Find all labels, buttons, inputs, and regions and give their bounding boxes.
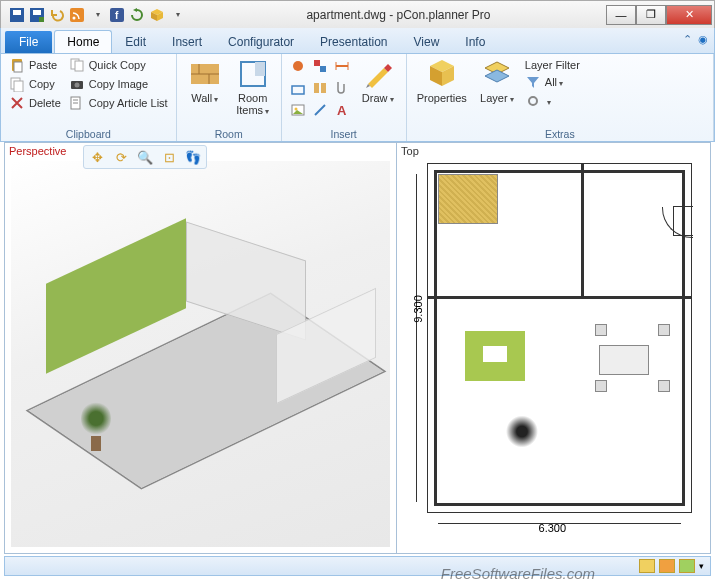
help-icon[interactable]: ◉ xyxy=(698,33,708,46)
facebook-icon[interactable]: f xyxy=(109,7,125,23)
plan-chair xyxy=(595,380,607,392)
viewport-toolbar: ✥ ⟳ 🔍 ⊡ 👣 xyxy=(83,145,207,169)
insert-group-label: Insert xyxy=(288,127,400,141)
layer-filter-button[interactable]: Layer Filter xyxy=(523,58,582,72)
svg-text:A: A xyxy=(337,103,347,118)
group-insert: A Draw Insert xyxy=(282,54,407,141)
properties-label: Properties xyxy=(417,92,467,104)
file-tab[interactable]: File xyxy=(5,31,52,53)
wall-button[interactable]: Wall xyxy=(183,56,227,106)
tab-info[interactable]: Info xyxy=(452,30,498,53)
svg-rect-34 xyxy=(321,83,326,93)
svg-line-37 xyxy=(315,105,325,115)
extras-group-label: Extras xyxy=(413,127,707,141)
paste-icon xyxy=(9,57,25,73)
3d-view-canvas[interactable] xyxy=(11,161,390,547)
insert-line-icon[interactable] xyxy=(310,100,330,120)
wall-label: Wall xyxy=(191,92,218,104)
window-controls: — ❐ ✕ xyxy=(606,5,712,25)
svg-point-26 xyxy=(293,61,303,71)
viewport-top[interactable]: Top 9.300 6.300 xyxy=(397,143,710,553)
layer-label: Layer xyxy=(480,92,514,104)
plan-bed xyxy=(438,174,498,224)
copy-label: Copy xyxy=(29,78,55,90)
plan-plant xyxy=(502,414,542,449)
cube-icon[interactable] xyxy=(149,7,165,23)
quick-copy-icon xyxy=(69,57,85,73)
window-title: apartment.dwg - pCon.planner Pro xyxy=(191,8,606,22)
copy-article-label: Copy Article List xyxy=(89,97,168,109)
svg-rect-12 xyxy=(14,81,23,92)
tab-view[interactable]: View xyxy=(401,30,453,53)
dimension-horizontal: 6.300 xyxy=(539,522,567,534)
delete-label: Delete xyxy=(29,97,61,109)
walk-icon[interactable]: 👣 xyxy=(182,148,204,166)
delete-button[interactable]: Delete xyxy=(7,94,63,112)
save-as-icon[interactable] xyxy=(29,7,45,23)
tab-presentation[interactable]: Presentation xyxy=(307,30,400,53)
zoom-extents-icon[interactable]: ⊡ xyxy=(158,148,180,166)
collapse-ribbon-icon[interactable]: ⌃ xyxy=(683,33,692,46)
zoom-icon[interactable]: 🔍 xyxy=(134,148,156,166)
insert-group-icon[interactable] xyxy=(310,56,330,76)
status-icon-3[interactable] xyxy=(679,559,695,573)
properties-button[interactable]: Properties xyxy=(413,56,471,106)
rss-dropdown-icon[interactable] xyxy=(89,7,105,23)
properties-icon xyxy=(426,58,458,90)
pan-icon[interactable]: ✥ xyxy=(86,148,108,166)
svg-rect-33 xyxy=(314,83,319,93)
svg-rect-27 xyxy=(314,60,320,66)
svg-point-6 xyxy=(73,16,76,19)
tab-edit[interactable]: Edit xyxy=(112,30,159,53)
filter-all-button[interactable]: All xyxy=(523,73,582,91)
svg-rect-25 xyxy=(255,62,265,76)
undo-icon[interactable] xyxy=(49,7,65,23)
dimension-vertical: 9.300 xyxy=(412,295,424,323)
svg-point-39 xyxy=(529,97,537,105)
qat-dropdown-icon[interactable] xyxy=(169,7,185,23)
floor-plan[interactable]: 9.300 6.300 xyxy=(427,163,692,513)
insert-object-icon[interactable] xyxy=(288,56,308,76)
group-clipboard: Paste Copy Delete Quick Copy Copy Image … xyxy=(1,54,177,141)
paste-button[interactable]: Paste xyxy=(7,56,63,74)
tab-insert[interactable]: Insert xyxy=(159,30,215,53)
status-bar: ▾ xyxy=(4,556,711,576)
quick-copy-button[interactable]: Quick Copy xyxy=(67,56,170,74)
insert-align-icon[interactable] xyxy=(310,78,330,98)
filter-icon xyxy=(525,74,541,90)
room-items-button[interactable]: Room Items xyxy=(231,56,275,118)
rss-icon[interactable] xyxy=(69,7,85,23)
layer-button[interactable]: Layer xyxy=(475,56,519,106)
clipboard-group-label: Clipboard xyxy=(7,127,170,141)
layer-icon xyxy=(481,58,513,90)
copy-icon xyxy=(9,76,25,92)
room-items-icon xyxy=(237,58,269,90)
viewport-perspective[interactable]: Perspective ✥ ⟳ 🔍 ⊡ 👣 xyxy=(5,143,397,553)
tab-configurator[interactable]: Configurator xyxy=(215,30,307,53)
save-icon[interactable] xyxy=(9,7,25,23)
insert-dimension-icon[interactable] xyxy=(332,56,352,76)
article-list-icon xyxy=(69,95,85,111)
insert-text-icon[interactable]: A xyxy=(332,100,352,120)
insert-shape-icon[interactable] xyxy=(288,78,308,98)
copy-button[interactable]: Copy xyxy=(7,75,63,93)
refresh-icon[interactable] xyxy=(129,7,145,23)
extras-dropdown[interactable] xyxy=(523,92,582,110)
orbit-icon[interactable]: ⟳ xyxy=(110,148,132,166)
insert-clip-icon[interactable] xyxy=(332,78,352,98)
status-icon-2[interactable] xyxy=(659,559,675,573)
minimize-button[interactable]: — xyxy=(606,5,636,25)
viewport-label-perspective: Perspective xyxy=(9,145,66,157)
insert-image-icon[interactable] xyxy=(288,100,308,120)
draw-button[interactable]: Draw xyxy=(356,56,400,106)
status-dropdown-icon[interactable]: ▾ xyxy=(699,561,704,571)
layer-filter-label: Layer Filter xyxy=(525,59,580,71)
copy-article-button[interactable]: Copy Article List xyxy=(67,94,170,112)
status-icon-1[interactable] xyxy=(639,559,655,573)
close-button[interactable]: ✕ xyxy=(666,5,712,25)
tab-home[interactable]: Home xyxy=(54,30,112,53)
room-group-label: Room xyxy=(183,127,275,141)
maximize-button[interactable]: ❐ xyxy=(636,5,666,25)
copy-image-button[interactable]: Copy Image xyxy=(67,75,170,93)
work-area: Perspective ✥ ⟳ 🔍 ⊡ 👣 Top xyxy=(4,142,711,554)
